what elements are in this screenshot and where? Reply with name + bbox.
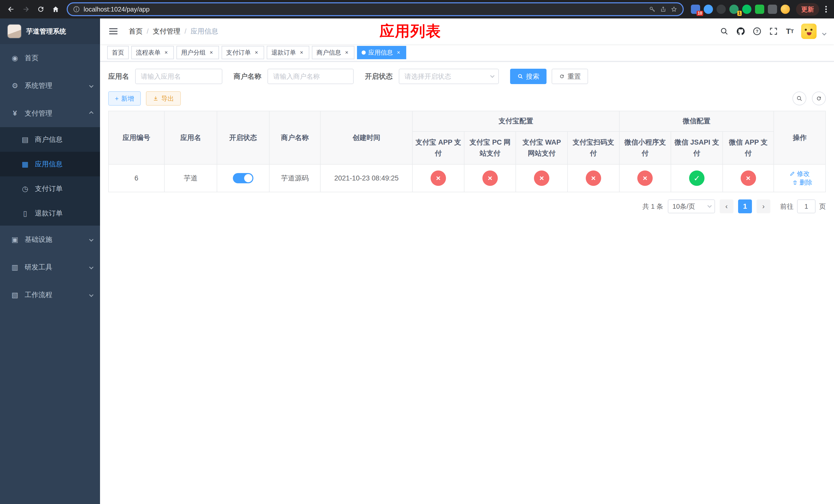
user-avatar[interactable] [801,24,816,39]
browser-menu-icon[interactable] [822,4,830,15]
channel-status-icon [637,170,653,186]
document-icon: ▯ [21,209,30,217]
sidebar-item-home[interactable]: ◉ 首页 [0,44,100,72]
tab-process-form[interactable]: 流程表单 [131,46,174,59]
tab-refund-orders[interactable]: 退款订单 [267,46,309,59]
clock-icon: ◷ [21,185,30,193]
extension-icon[interactable]: 1 [729,5,739,14]
search-icon[interactable] [719,26,729,37]
forward-icon[interactable] [19,2,33,16]
page-button-1[interactable]: 1 [738,200,752,213]
col-wechat-jsapi: 微信 JSAPI 支付 [671,132,723,164]
export-button[interactable]: 导出 [146,91,181,106]
sidebar-item-payment[interactable]: ¥ 支付管理 [0,99,100,127]
yuan-icon: ¥ [10,109,20,117]
merchant-name-input[interactable] [267,69,354,84]
close-icon[interactable] [208,49,214,55]
edit-link[interactable]: 修改 [790,169,810,178]
trash-icon [792,180,798,185]
close-icon[interactable] [395,49,402,55]
status-label: 开启状态 [365,72,393,81]
channel-status-icon [534,170,549,186]
font-size-icon[interactable]: TT [785,26,795,37]
sidebar-item-infrastructure[interactable]: ▣ 基础设施 [0,226,100,253]
tab-merchant-info[interactable]: 商户信息 [312,46,354,59]
group-wechat-config: 微信配置 [619,111,774,132]
add-button[interactable]: + 新增 [108,91,141,106]
chevron-up-icon [89,111,94,116]
col-wechat-app: 微信 APP 支付 [723,132,774,164]
app-logo[interactable]: 芋道管理系统 [0,19,100,44]
refresh-table-button[interactable] [812,92,826,105]
sidebar-item-workflow[interactable]: ▧ 工作流程 [0,281,100,308]
sidebar-item-refund-orders[interactable]: ▯ 退款订单 [0,201,100,226]
search-icon [517,73,523,79]
sidebar-item-dev-tools[interactable]: ▥ 研发工具 [0,253,100,281]
browser-toolbar: localhost:1024/pay/app 10 1 更新 [0,0,834,19]
sidebar-item-merchant-info[interactable]: ▤ 商户信息 [0,127,100,152]
breadcrumb-payment[interactable]: 支付管理 [145,27,182,36]
back-icon[interactable] [4,2,18,16]
password-key-icon[interactable] [649,6,656,13]
next-page-button[interactable]: › [756,200,770,213]
close-icon[interactable] [299,49,305,55]
close-icon[interactable] [254,49,260,55]
tab-home[interactable]: 首页 [107,46,129,59]
prev-page-button[interactable]: ‹ [720,200,733,213]
share-icon[interactable] [660,6,667,13]
browser-update-button[interactable]: 更新 [796,3,819,16]
page-header: 首页 支付管理 应用信息 应用列表 ? TT [100,19,834,44]
profile-avatar-icon[interactable] [781,5,790,14]
site-info-icon[interactable] [73,6,80,13]
gear-icon: ⚙ [10,82,20,90]
status-select[interactable]: 请选择开启状态 [399,69,499,84]
extension-icon[interactable] [755,5,764,14]
extension-icon[interactable] [742,5,751,14]
search-button[interactable]: 搜索 [510,69,547,84]
col-actions: 操作 [774,111,826,164]
extension-icon[interactable] [717,5,726,14]
fullscreen-icon[interactable] [768,26,778,37]
sidebar-item-app-info[interactable]: ▦ 应用信息 [0,152,100,176]
sidebar-item-pay-orders[interactable]: ◷ 支付订单 [0,176,100,201]
close-icon[interactable] [163,49,169,55]
extension-icon[interactable] [704,5,713,14]
download-icon [153,95,159,101]
col-alipay-app: 支付宝 APP 支付 [412,132,464,164]
tab-pay-orders[interactable]: 支付订单 [222,46,264,59]
app-name-label: 应用名 [108,72,129,81]
reload-icon[interactable] [34,2,48,16]
card-icon: ▤ [21,135,30,144]
chevron-down-icon [89,293,94,297]
goto-page-input[interactable] [797,200,815,213]
page-size-select[interactable]: 10条/页 [668,200,715,213]
help-icon[interactable]: ? [752,26,762,37]
address-bar[interactable]: localhost:1024/pay/app [67,2,684,16]
sidebar-item-system[interactable]: ⚙ 系统管理 [0,72,100,99]
reset-button[interactable]: 重置 [552,69,588,84]
extension-icon[interactable] [768,5,777,14]
home-icon[interactable] [49,2,63,16]
avatar-caret-icon[interactable] [822,31,827,36]
channel-status-icon [482,170,498,186]
tab-user-group[interactable]: 用户分组 [176,46,219,59]
url-text[interactable]: localhost:1024/pay/app [84,6,645,13]
edit-icon [790,171,795,176]
col-status: 开启状态 [217,111,269,164]
tab-app-info[interactable]: 应用信息 [357,46,406,59]
app-name-input[interactable] [135,69,222,84]
extension-icon[interactable]: 10 [691,5,700,14]
bookmark-star-icon[interactable] [671,6,678,13]
breadcrumb: 首页 支付管理 应用信息 [127,27,220,36]
toggle-search-button[interactable] [792,92,806,105]
channel-status-icon [586,170,601,186]
chevron-down-icon [490,74,495,78]
status-toggle[interactable] [233,173,254,183]
channel-status-icon [689,170,704,186]
delete-link[interactable]: 删除 [792,178,812,187]
col-created: 创建时间 [320,111,412,164]
close-icon[interactable] [344,49,350,55]
breadcrumb-home[interactable]: 首页 [127,27,145,36]
github-icon[interactable] [736,26,746,37]
collapse-sidebar-icon[interactable] [108,25,118,38]
